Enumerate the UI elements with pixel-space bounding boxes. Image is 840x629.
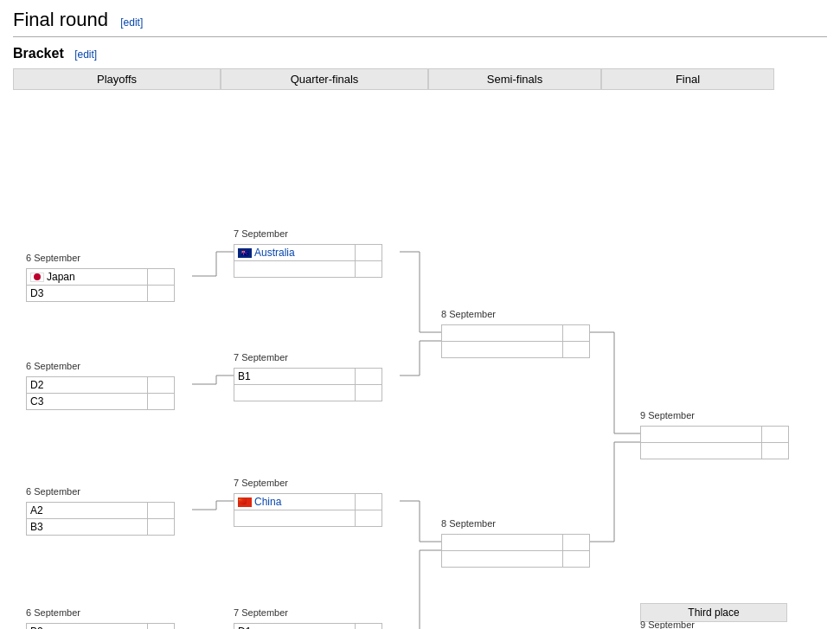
p3-match: A2 B3: [26, 502, 175, 536]
p3-team2-row: B3: [26, 518, 175, 536]
q3-team1-link[interactable]: China: [254, 496, 281, 508]
s2-match: [441, 534, 590, 568]
q2-match: B1: [234, 368, 382, 401]
q2-team2-row: [234, 384, 382, 401]
bracket-lines: [13, 107, 840, 629]
col-header-quarters: Quarter-finals: [221, 68, 428, 90]
au-flag: 🇦🇺: [238, 248, 252, 258]
q1-score1: [356, 245, 382, 260]
q4-score1: [356, 624, 382, 629]
p2-score1: [148, 377, 174, 393]
p3-team2: B3: [27, 519, 148, 535]
bracket-section-title: Bracket [edit]: [13, 46, 827, 61]
p2-team2: C3: [27, 394, 148, 409]
p3-score2: [148, 519, 174, 535]
p2-score2: [148, 394, 174, 409]
f1-team1-row: [640, 426, 789, 442]
q4-team1-row: D1: [234, 623, 382, 629]
p4-match: B2 A3: [26, 623, 175, 629]
f1-team2: [641, 443, 762, 459]
jp-flag: [30, 273, 44, 282]
p4-score1: [148, 624, 174, 629]
s1-score1: [563, 325, 589, 341]
p4-team1: B2: [27, 624, 148, 629]
q1-match: 🇦🇺 Australia: [234, 244, 382, 278]
p3-score1: [148, 503, 174, 518]
q1-team2-row: [234, 260, 382, 278]
p1-score2: [148, 286, 174, 301]
s2-label: 8 September: [441, 518, 496, 529]
q4-label: 7 September: [234, 607, 288, 618]
q3-team2: [234, 510, 356, 526]
p1-team2: D3: [27, 286, 148, 301]
f1-score2: [762, 443, 788, 459]
q1-team1-row: 🇦🇺 Australia: [234, 244, 382, 260]
q2-team1-row: B1: [234, 368, 382, 384]
col-header-final: Final: [601, 68, 774, 90]
q2-score2: [356, 385, 382, 401]
q1-team2: [234, 261, 356, 277]
s2-team1: [442, 535, 563, 550]
q3-team1: 🇨🇳 China: [234, 494, 356, 510]
p2-label: 6 September: [26, 361, 80, 371]
p2-team1: D2: [27, 377, 148, 393]
q4-team1: D1: [234, 624, 356, 629]
s2-score1: [563, 535, 589, 550]
s1-team1-row: [441, 324, 590, 341]
q2-label: 7 September: [234, 352, 288, 363]
p1-team1: Japan: [27, 269, 148, 285]
p4-team1-row: B2: [26, 623, 175, 629]
p3-team1: A2: [27, 503, 148, 518]
q1-team1: 🇦🇺 Australia: [234, 245, 356, 260]
p1-score1: [148, 269, 174, 285]
column-headers: Playoffs Quarter-finals Semi-finals Fina…: [13, 68, 840, 90]
bracket: 6 September Japan D3 6 September D2: [13, 107, 840, 629]
s1-label: 8 September: [441, 309, 496, 319]
s1-team1: [442, 325, 563, 341]
page-title: Final round [edit]: [13, 9, 827, 37]
cn-flag: 🇨🇳: [238, 497, 252, 507]
q3-score2: [356, 510, 382, 526]
s1-score2: [563, 342, 589, 357]
f1-team1: [641, 427, 762, 442]
q3-label: 7 September: [234, 478, 288, 488]
q1-score2: [356, 261, 382, 277]
s2-team2: [442, 551, 563, 567]
p1-label: 6 September: [26, 253, 80, 263]
q3-match: 🇨🇳 China: [234, 493, 382, 527]
col-header-playoffs: Playoffs: [13, 68, 221, 90]
f1-score1: [762, 427, 788, 442]
q3-team1-row: 🇨🇳 China: [234, 493, 382, 510]
p1-team2-row: D3: [26, 285, 175, 302]
s2-team2-row: [441, 550, 590, 568]
p1-team1-row: Japan: [26, 268, 175, 285]
q2-score1: [356, 369, 382, 384]
p2-team2-row: C3: [26, 393, 175, 410]
p4-label: 6 September: [26, 607, 80, 618]
s1-match: [441, 324, 590, 358]
f1-match: [640, 426, 789, 459]
p3-team1-row: A2: [26, 502, 175, 518]
p1-match: Japan D3: [26, 268, 175, 302]
t1-label: 9 September: [640, 619, 695, 629]
q3-score1: [356, 494, 382, 510]
q1-team1-link[interactable]: Australia: [254, 247, 295, 259]
s2-score2: [563, 551, 589, 567]
col-header-semis: Semi-finals: [428, 68, 601, 90]
page-edit-link[interactable]: [edit]: [120, 16, 143, 29]
q1-label: 7 September: [234, 228, 288, 239]
f1-label: 9 September: [640, 410, 695, 420]
s1-team2: [442, 342, 563, 357]
q2-team1: B1: [234, 369, 356, 384]
p2-team1-row: D2: [26, 376, 175, 393]
f1-team2-row: [640, 442, 789, 459]
p2-match: D2 C3: [26, 376, 175, 410]
bracket-edit-link[interactable]: [edit]: [74, 48, 97, 61]
bracket-container: Playoffs Quarter-finals Semi-finals Fina…: [13, 68, 840, 629]
s2-team1-row: [441, 534, 590, 550]
s1-team2-row: [441, 341, 590, 358]
q3-team2-row: [234, 510, 382, 527]
p3-label: 6 September: [26, 486, 80, 497]
q4-match: D1: [234, 623, 382, 629]
q2-team2: [234, 385, 356, 401]
